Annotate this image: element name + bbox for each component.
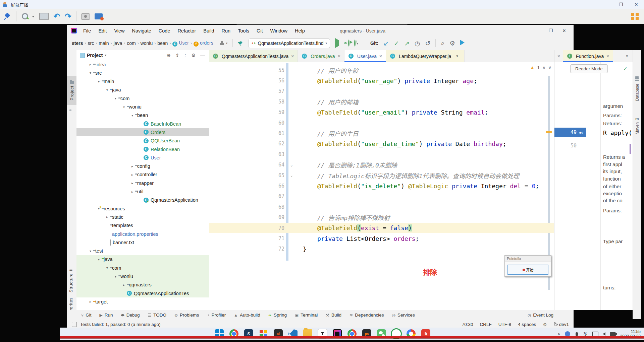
tree-item-woniu[interactable]: ▾woniu <box>76 103 209 111</box>
breadcrumb-orders[interactable]: forders <box>194 40 213 47</box>
tree-chevron-icon[interactable]: ▸ <box>121 283 127 287</box>
tool-window-button-terminal[interactable]: ▣Terminal <box>295 313 318 318</box>
tab-close-icon[interactable]: ✕ <box>606 54 609 59</box>
hide-panel-icon[interactable]: — <box>200 53 205 58</box>
locate-file-icon[interactable]: ⊕ <box>167 53 171 58</box>
maven-icon[interactable]: m <box>635 117 639 121</box>
tool-window-button-todo[interactable]: ☰TODO <box>148 313 167 318</box>
tool-window-button-spring[interactable]: ❧Spring <box>268 313 287 318</box>
highlight-level-icon[interactable]: ⚙ <box>543 322 547 327</box>
panel-gear-icon[interactable]: ⚙ <box>191 53 196 58</box>
tool-window-button-dependencies[interactable]: ≋Dependencies <box>350 313 384 318</box>
tree-item-com[interactable]: ▾com <box>76 264 209 272</box>
menu-tools[interactable]: Tools <box>235 27 252 35</box>
intention-bulb-icon[interactable]: ◉↓ <box>579 130 584 135</box>
tab-close-icon[interactable]: ✕ <box>379 54 382 59</box>
tree-chevron-icon[interactable]: ▾ <box>104 266 110 270</box>
tool-window-button-git[interactable]: ⑂Git <box>81 313 91 318</box>
tree-chevron-icon[interactable]: ▾ <box>129 114 135 117</box>
tree-item-qquserbean[interactable]: CQQUserBean <box>76 137 209 145</box>
tool-window-button-debug[interactable]: ⬬Debug <box>121 313 140 318</box>
menu-build[interactable]: Build <box>200 27 217 35</box>
menu-navigate[interactable]: Navigate <box>129 27 154 35</box>
tree-chevron-icon[interactable]: ▸ <box>129 173 135 177</box>
tree-item-baseinfobean[interactable]: CBaseInfoBean <box>76 120 209 128</box>
menu-run[interactable]: Run <box>219 27 234 35</box>
tree-item-banner-txt[interactable]: banner.txt <box>76 238 209 247</box>
tree-chevron-icon[interactable]: ▾ <box>113 275 118 278</box>
monitor-icon[interactable] <box>39 13 49 20</box>
breadcrumb-woniu[interactable]: woniu <box>141 41 153 46</box>
search-everywhere-icon[interactable]: ⌕ <box>441 40 444 47</box>
tree-item-woniu[interactable]: ▾woniu <box>76 272 209 281</box>
fold-marker-icon[interactable]: ⌄ <box>290 173 293 178</box>
fold-marker-icon[interactable]: ⌄ <box>290 163 293 167</box>
tool-window-button-services[interactable]: ◎Services <box>392 313 415 318</box>
tray-battery-icon[interactable] <box>610 332 616 336</box>
tree-chevron-icon[interactable]: ▾ <box>104 88 110 92</box>
tree-item-orders[interactable]: COrders <box>76 128 209 136</box>
tray-mic-icon[interactable] <box>576 332 578 336</box>
tree-item-templates[interactable]: templates <box>76 221 209 230</box>
tool-window-button-build[interactable]: ⚒Build <box>326 313 341 318</box>
magnifier-icon[interactable] <box>21 12 29 20</box>
tree-item-user[interactable]: CUser <box>76 153 209 162</box>
menu-code[interactable]: Code <box>156 27 173 35</box>
reader-mode-button[interactable]: Reader Mode <box>570 64 608 73</box>
ide-maximize-button[interactable]: ❐ <box>544 28 557 33</box>
tree-chevron-icon[interactable]: ▸ <box>88 63 93 66</box>
pointofix-start-button[interactable]: 开始 <box>507 265 548 275</box>
minimize-button[interactable]: — <box>598 0 613 9</box>
breadcrumb-src[interactable]: src <box>88 41 94 46</box>
tool-button-database[interactable]: Database <box>635 84 640 102</box>
tree-chevron-icon[interactable]: ▸ <box>88 300 93 303</box>
run-configuration-select[interactable]: QqmastersApplicationTests.find ▾ <box>249 39 330 48</box>
tab-close-icon[interactable]: ✕ <box>554 54 563 59</box>
tool-window-button-auto-build[interactable]: ▲Auto-build <box>234 313 260 318</box>
tree-item-bean[interactable]: ▾bean <box>76 111 209 120</box>
tab-close-icon[interactable]: ✕ <box>291 54 294 59</box>
rollback-icon[interactable]: ↺ <box>425 40 431 47</box>
tree-item-mapper[interactable]: ▸mapper <box>76 179 209 187</box>
file-encoding[interactable]: UTF-8 <box>498 322 511 327</box>
tray-display-icon[interactable] <box>592 332 598 337</box>
tree-chevron-icon[interactable]: ▸ <box>129 181 135 185</box>
profile-dropdown-icon[interactable]: ▾ <box>226 42 228 45</box>
menu-refactor[interactable]: Refactor <box>174 27 199 35</box>
tab-close-icon[interactable]: ✕ <box>337 54 341 59</box>
tree-chevron-icon[interactable]: ▾ <box>88 249 93 253</box>
breadcrumb-user[interactable]: CUser <box>172 40 189 47</box>
build-hammer-icon[interactable]: ⚑ <box>236 39 245 48</box>
git-branch-widget[interactable]: dev1 <box>554 322 569 327</box>
collapse-all-icon[interactable]: ⇕ <box>175 53 179 58</box>
database-icon[interactable] <box>635 76 639 78</box>
menu-help[interactable]: Help <box>292 27 308 35</box>
push-icon[interactable]: ↗ <box>404 40 410 47</box>
ide-minimize-button[interactable]: — <box>531 28 544 33</box>
menu-git[interactable]: Git <box>254 27 266 35</box>
pin-icon[interactable] <box>4 13 11 20</box>
breadcrumb-java[interactable]: java <box>114 41 122 46</box>
menu-edit[interactable]: Edit <box>95 27 110 35</box>
tool-window-button-profiler[interactable]: ◔Profiler <box>207 313 226 318</box>
project-header-label[interactable]: Project <box>87 53 103 58</box>
tree-chevron-icon[interactable]: ▸ <box>129 190 135 194</box>
line-separator[interactable]: CRLF <box>480 322 492 327</box>
pointofix-titlebar[interactable]: Pointofix <box>505 256 551 262</box>
fullscreen-grid-icon[interactable] <box>631 13 639 20</box>
tree-chevron-icon[interactable]: ▸ <box>129 164 135 168</box>
tree-item-static[interactable]: ▸static <box>76 213 209 221</box>
breadcrumb-main[interactable]: main <box>99 41 109 46</box>
tab-qqmastersapplicationtests-java[interactable]: CQqmastersApplicationTests.java✕ <box>209 50 298 62</box>
breadcrumb-com[interactable]: com <box>127 41 136 46</box>
history-icon[interactable]: ◷ <box>415 40 420 47</box>
tool-button-structure[interactable]: ☰ Structure <box>68 267 73 292</box>
tree-chevron-icon[interactable]: ▾ <box>96 80 102 83</box>
tree-item-target[interactable]: ▸target <box>76 297 209 306</box>
tab-orders-java[interactable]: COrders.java✕ <box>298 50 344 62</box>
tree-item-java[interactable]: ▾java <box>76 255 209 264</box>
coverage-button[interactable] <box>348 40 350 46</box>
tool-window-button-problems[interactable]: ⊘Problems <box>174 313 199 318</box>
code-editor[interactable]: ▲ 1 ∧ ∨ 排除 55// 用户的年龄56@TableField("user… <box>209 62 554 310</box>
tab-dropdown-icon[interactable]: ▾ <box>453 54 461 58</box>
